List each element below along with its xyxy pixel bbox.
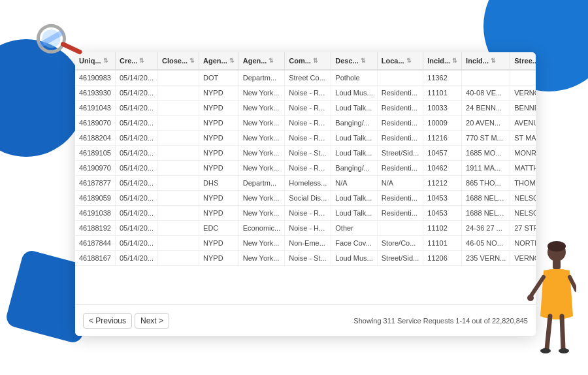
col-header-complaint[interactable]: Com...⇅ — [285, 52, 331, 70]
cell-closed — [157, 131, 199, 146]
cell-unique: 46190970 — [75, 161, 115, 176]
svg-point-11 — [540, 348, 551, 353]
cell-closed — [157, 70, 199, 86]
cell-incident1: 10033 — [423, 101, 462, 116]
cell-agency: DOT — [199, 70, 239, 86]
cell-incident1: 11101 — [423, 86, 462, 101]
col-header-closed[interactable]: Close...⇅ — [157, 52, 199, 70]
col-header-agency[interactable]: Agen...⇅ — [199, 52, 239, 70]
table-row[interactable]: 4619104305/14/20...NYPDNew York...Noise … — [75, 101, 536, 116]
col-header-incident1[interactable]: Incid...⇅ — [423, 52, 462, 70]
col-header-street[interactable]: Stree...⇅ — [510, 52, 536, 70]
cell-closed — [157, 236, 199, 251]
cell-location — [377, 70, 423, 86]
col-header-created[interactable]: Cre...⇅ — [115, 52, 157, 70]
table-row[interactable]: 4619103805/14/20...NYPDNew York...Noise … — [75, 206, 536, 221]
cell-unique: 46188192 — [75, 221, 115, 236]
cell-agency2: New York... — [238, 191, 284, 206]
cell-unique: 46187877 — [75, 176, 115, 191]
cell-street: THOMAS ... — [510, 176, 536, 191]
table-row[interactable]: 4618905905/14/20...NYPDNew York...Social… — [75, 191, 536, 206]
prev-button[interactable]: < Previous — [83, 313, 132, 329]
cell-agency: EDC — [199, 221, 239, 236]
cell-street: VERNON ... — [510, 86, 536, 101]
cell-descriptor: Loud Talk... — [331, 206, 377, 221]
cell-unique: 46189070 — [75, 116, 115, 131]
cell-incident2: 770 ST M... — [462, 131, 510, 146]
cell-agency2: Departm... — [238, 176, 284, 191]
cell-complaint: Noise - H... — [285, 221, 331, 236]
cell-street: AVENUE D — [510, 116, 536, 131]
svg-rect-13 — [553, 260, 561, 269]
cell-incident2: 235 VERN... — [462, 251, 510, 266]
cell-agency2: New York... — [238, 161, 284, 176]
cell-closed — [157, 116, 199, 131]
svg-point-12 — [559, 348, 569, 353]
cell-agency: NYPD — [199, 251, 239, 266]
table-row[interactable]: 4618787705/14/20...DHSDepartm...Homeless… — [75, 176, 536, 191]
cell-incident1: 11362 — [423, 70, 462, 86]
cell-agency2: New York... — [238, 131, 284, 146]
cell-incident1: 11216 — [423, 131, 462, 146]
cell-closed — [157, 161, 199, 176]
table-row[interactable]: 4618907005/14/20...NYPDNew York...Noise … — [75, 116, 536, 131]
table-row[interactable]: 4618819205/14/20...EDCEconomic...Noise -… — [75, 221, 536, 236]
cell-agency: NYPD — [199, 86, 239, 101]
cell-incident1: 10457 — [423, 146, 462, 161]
cell-agency2: New York... — [238, 116, 284, 131]
table-row[interactable]: 4618816705/14/20...NYPDNew York...Noise … — [75, 251, 536, 266]
cell-incident1: 11206 — [423, 251, 462, 266]
cell-closed — [157, 191, 199, 206]
cell-incident1: 11101 — [423, 236, 462, 251]
cell-incident1: 10453 — [423, 206, 462, 221]
table-row[interactable]: 4619098305/14/20...DOTDepartm...Street C… — [75, 70, 536, 86]
cell-created: 05/14/20... — [115, 70, 157, 86]
cell-agency: NYPD — [199, 191, 239, 206]
cell-incident2: 46-05 NO... — [462, 236, 510, 251]
cell-incident2: 20 AVEN... — [462, 116, 510, 131]
cell-location: Street/Sid... — [377, 251, 423, 266]
next-button[interactable]: Next > — [135, 313, 169, 329]
table-row[interactable]: 4619393005/14/20...NYPDNew York...Noise … — [75, 86, 536, 101]
cell-created: 05/14/20... — [115, 131, 157, 146]
cell-unique: 46193930 — [75, 86, 115, 101]
svg-point-5 — [547, 241, 566, 252]
cell-descriptor: Loud Mus... — [331, 86, 377, 101]
cell-descriptor: Banging/... — [331, 116, 377, 131]
cell-descriptor: Face Cov... — [331, 236, 377, 251]
cell-agency: NYPD — [199, 131, 239, 146]
cell-incident2: 24-36 27 ... — [462, 221, 510, 236]
cell-street: 27 STREET — [510, 221, 536, 236]
cell-incident2: 1688 NEL... — [462, 206, 510, 221]
cell-agency: NYPD — [199, 146, 239, 161]
cell-agency: NYPD — [199, 206, 239, 221]
pagination: < Previous Next > — [83, 313, 169, 329]
cell-agency2: New York... — [238, 236, 284, 251]
col-header-descriptor[interactable]: Desc...⇅ — [331, 52, 377, 70]
cell-agency2: New York... — [238, 251, 284, 266]
cell-location: Residenti... — [377, 206, 423, 221]
table-wrapper[interactable]: Uniq...⇅Cre...⇅Close...⇅Agen...⇅Agen...⇅… — [75, 52, 536, 304]
col-header-incident2[interactable]: Incid...⇅ — [462, 52, 510, 70]
cell-incident2: 40-08 VE... — [462, 86, 510, 101]
cell-complaint: Noise - R... — [285, 161, 331, 176]
cell-closed — [157, 221, 199, 236]
cell-incident1: 11102 — [423, 221, 462, 236]
cell-descriptor: N/A — [331, 176, 377, 191]
cell-location: Residenti... — [377, 86, 423, 101]
cell-incident1: 10009 — [423, 116, 462, 131]
cell-street — [510, 70, 536, 86]
col-header-agency2[interactable]: Agen...⇅ — [238, 52, 284, 70]
table-row[interactable]: 4618784405/14/20...NYPDNew York...Non-Em… — [75, 236, 536, 251]
cell-street: MONROE... — [510, 146, 536, 161]
col-header-location[interactable]: Loca...⇅ — [377, 52, 423, 70]
table-row[interactable]: 4618910505/14/20...NYPDNew York...Noise … — [75, 146, 536, 161]
cell-created: 05/14/20... — [115, 101, 157, 116]
cell-complaint: Non-Eme... — [285, 236, 331, 251]
person-illustration — [524, 238, 576, 355]
cell-agency: NYPD — [199, 101, 239, 116]
table-row[interactable]: 4618820405/14/20...NYPDNew York...Noise … — [75, 131, 536, 146]
cell-street: NELSON ... — [510, 191, 536, 206]
table-row[interactable]: 4619097005/14/20...NYPDNew York...Noise … — [75, 161, 536, 176]
cell-location — [377, 221, 423, 236]
